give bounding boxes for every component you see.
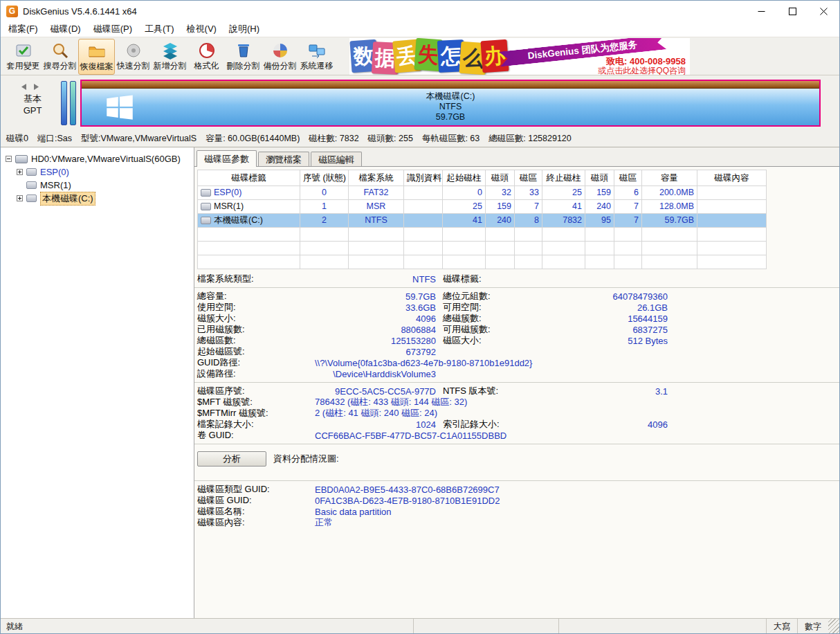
apply-changes-icon [15,40,33,60]
row-label: ESP(0) [214,186,241,199]
app-logo-icon [6,6,18,17]
col-header: 容量 [642,170,697,186]
separator [194,444,839,444]
tree-item-disk-hd0[interactable]: HD0:VMware,VMwareVirtualS(60GB) [1,152,194,165]
partition-bar-c-drive[interactable]: 本機磁碟(C:) NTFS 59.7GB [80,80,821,127]
toolbar-backup-partition-button[interactable]: 備份分割 [262,39,298,75]
menu-bar: 檔案(F) 磁碟(D) 磁碟區(P) 工具(T) 檢視(V) 說明(H) [1,21,839,37]
tree-msr-label: MSR(1) [40,180,71,190]
analyze-button[interactable]: 分析 [197,451,266,467]
table-empty-row [198,255,767,269]
partition-size: 59.7GB [436,112,465,123]
expand-icon[interactable] [17,169,23,175]
menu-file[interactable]: 檔案(F) [2,23,44,35]
menu-disk[interactable]: 磁碟(D) [44,23,87,35]
tree-item-esp[interactable]: ESP(0) [1,165,194,179]
window-title: DiskGenius V5.4.6.1441 x64 [23,6,137,17]
toolbar-apply-changes-button[interactable]: 套用變更 [5,39,42,75]
partition-icon [201,203,211,210]
tree-item-msr[interactable]: MSR(1) [1,179,194,192]
prev-disk-arrow-icon[interactable] [20,82,28,93]
partition-row-esp[interactable]: ESP(0) 0 FAT32 0 32 33 25 159 6 200.0MB [198,186,767,200]
detail-row: 總磁區數:125153280 磁區大小:512 Bytes [194,335,839,346]
next-disk-arrow-icon[interactable] [33,82,40,93]
toolbar-quick-partition-button[interactable]: 快速分割 [115,39,152,75]
search-icon [51,40,69,60]
toolbar: 套用變更 搜尋分割 恢復檔案 快速分割 新增分割 格式化 刪除分割 備份分割 [1,37,839,75]
disk-scheme-label: GPT [24,105,42,116]
menu-view[interactable]: 檢視(V) [181,23,223,35]
promo-banner[interactable]: 数 据 丢 失 怎 么 办 DiskGenius 团队为您服务 致电: 400-… [349,38,690,75]
collapse-icon[interactable] [6,156,12,162]
toolbar-delete-partition-button[interactable]: 刪除分割 [225,39,262,75]
table-empty-row [198,242,767,255]
minimize-button[interactable] [746,1,777,21]
detail-row-volume-guid: 卷 GUID:CCF66BAC-F5BF-477D-BC57-C1A01155D… [194,430,839,441]
menu-tools[interactable]: 工具(T) [138,23,181,35]
disk-info-segment: 容量: 60.0GB(61440MB) [206,133,300,145]
detail-row: 已用磁簇數:8806884 可用磁簇數:6837275 [194,324,839,335]
separator [194,480,839,481]
recover-files-icon [88,41,106,61]
toolbar-new-partition-button[interactable]: 新增分割 [152,39,188,75]
col-header: 起始磁柱 [443,170,486,186]
detail-row-partition-guid: 磁碟區 GUID:0FA1C3BA-D623-4E7B-9180-8710B1E… [194,495,839,506]
detail-row-partition-name: 磁碟區名稱:Basic data partition [194,506,839,517]
table-empty-row [198,228,767,242]
tab-browse-files[interactable]: 瀏覽檔案 [258,152,309,166]
allocation-map-label: 資料分配情況圖: [273,453,339,465]
tab-partition-parameters[interactable]: 磁碟區參數 [197,150,257,167]
toolbar-recover-files-button[interactable]: 恢復檔案 [78,39,115,75]
disk-info-segment: 磁碟0 [6,133,28,145]
disk-info-segment: 磁頭數: 255 [368,133,413,145]
status-ready: 就緒 [1,621,413,633]
toolbar-system-migration-button[interactable]: 系統遷移 [298,39,335,75]
disk-info-segment: 端口:Sas [37,133,72,145]
detail-row-partition-type-guid: 磁碟區類型 GUID:EBD0A0A2-B9E5-4433-87C0-68B6B… [194,484,839,495]
separator [194,382,839,383]
expand-icon[interactable] [17,195,23,201]
tab-sector-edit[interactable]: 磁區編輯 [311,152,362,166]
row-label: 本機磁碟(C:) [214,214,263,227]
toolbar-format-button[interactable]: 格式化 [188,39,225,75]
col-header: 終止磁柱 [542,170,585,186]
status-bar: 就緒 大寫 數字 [1,618,839,634]
disk-band: 基本 GPT 本機磁碟(C:) NTFS 59.7GB [1,75,839,131]
menu-help[interactable]: 說明(H) [223,23,266,35]
format-icon [198,40,216,60]
resize-grip-icon[interactable] [828,619,839,634]
partition-bar-body[interactable]: 本機磁碟(C:) NTFS 59.7GB [82,89,819,125]
disk-info-segment: 磁柱數: 7832 [309,133,358,145]
disk-info-segment: 總磁區數: 125829120 [489,133,572,145]
detail-row-partition-status: 磁碟區內容:正常 [194,517,839,528]
col-header: 磁區 [614,170,642,186]
col-header: 磁碟內容 [697,170,767,186]
detail-row: 總容量:59.7GB 總位元組數:64078479360 [194,291,839,302]
partition-table: 磁碟標籤 序號 (狀態) 檔案系統 識別資料 起始磁柱 磁頭 磁區 終止磁柱 磁… [197,170,767,269]
status-panel [558,619,766,634]
separator [194,287,839,288]
detail-row-device-path: 設備路徑:\Device\HarddiskVolume3 [194,368,839,379]
maximize-button[interactable] [777,1,808,21]
detail-row-guid-path: GUID路徑:\\?\Volume{0fa1c3ba-d623-4e7b-918… [194,357,839,368]
menu-partition[interactable]: 磁碟區(P) [87,23,138,35]
partition-row-msr[interactable]: MSR(1) 1 MSR 25 159 7 41 240 7 128.0MB [198,200,767,214]
window-controls [746,1,839,21]
col-header: 磁區 [515,170,542,186]
allocation-map [194,468,839,478]
partition-name: 本機磁碟(C:) [426,91,475,102]
tree-item-c-drive[interactable]: 本機磁碟(C:) [1,192,194,205]
analysis-row: 分析 資料分配情況圖: [194,451,839,467]
detail-row-record-size: 檔案記錄大小:1024 索引記錄大小:4096 [194,419,839,430]
close-button[interactable] [808,1,839,21]
status-capslock: 大寫 [766,619,797,634]
toolbar-search-partition-button[interactable]: 搜尋分割 [42,39,78,75]
partition-bar-stripe [82,81,819,89]
detail-row-mftmirr: $MFTMirr 磁簇號:2 (磁柱: 41 磁頭: 240 磁區: 24) [194,408,839,419]
harddisk-icon [15,155,28,163]
partition-row-c-drive-selected[interactable]: 本機磁碟(C:) 2 NTFS 41 240 8 7832 95 7 59.7G… [198,214,767,228]
detail-row: 起始磁區號:673792 [194,346,839,357]
title-bar[interactable]: DiskGenius V5.4.6.1441 x64 [1,1,839,21]
main-area: HD0:VMware,VMwareVirtualS(60GB) ESP(0) M… [1,147,839,618]
banner-qq-link[interactable]: 或点击此处选择QQ咨询 [598,65,686,75]
